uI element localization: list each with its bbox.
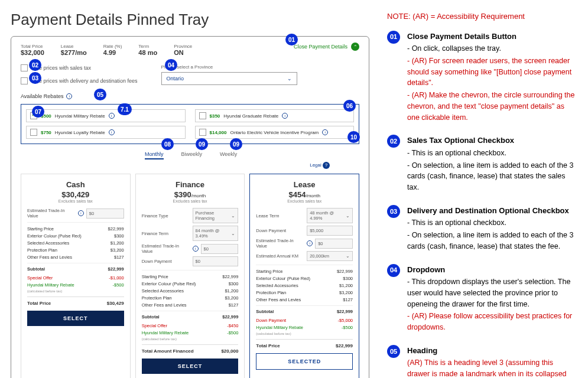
annotation-title: Close Payment Details Button bbox=[407, 31, 575, 43]
tab-biweekly[interactable]: Biweekly bbox=[181, 151, 203, 159]
line-label: Starting Price bbox=[27, 226, 54, 232]
special-offer-value: -$1,000 bbox=[109, 275, 124, 281]
chevron-down-icon: ⌄ bbox=[231, 213, 235, 219]
down-payment-input[interactable]: $5,000 bbox=[307, 226, 353, 236]
annotation-line: - This is an optional checkbox. bbox=[407, 148, 575, 159]
info-icon[interactable]: i bbox=[109, 113, 115, 119]
summary-lease: Lease $277/mo bbox=[61, 44, 87, 56]
annotation-badge-06: 06 bbox=[343, 100, 356, 112]
summary-value: 48 mo bbox=[138, 49, 157, 56]
line-label: Exterior Colour (Pulse Red) bbox=[142, 281, 196, 286]
info-icon[interactable]: i bbox=[109, 129, 115, 135]
subtotal-value: $22,999 bbox=[337, 309, 353, 314]
card-title: Finance bbox=[142, 180, 239, 189]
annotation-line: - On click, collapses the tray. bbox=[407, 43, 575, 54]
annotation-number-badge: 04 bbox=[387, 264, 400, 277]
annotation-title: Heading bbox=[407, 345, 575, 357]
checkbox-label: See prices with delivery and destination… bbox=[33, 78, 138, 84]
frequency-tabs: Monthly Biweekly Weekly bbox=[145, 151, 359, 159]
line-value: $127 bbox=[229, 302, 239, 308]
lease-term-dropdown[interactable]: 48 month @ 4.99%⌄ bbox=[307, 208, 353, 223]
cash-card: Cash $30,429 Excludes sales tax Estimate… bbox=[21, 174, 131, 378]
trade-in-input[interactable]: $0 bbox=[315, 239, 353, 249]
military-rebate-label: Hyundai Military Rebate bbox=[27, 282, 74, 288]
select-finance-button[interactable]: SELECT bbox=[142, 359, 239, 374]
available-rebates-heading: Available Rebates i bbox=[21, 93, 359, 99]
info-icon[interactable]: i bbox=[78, 210, 84, 216]
summary-province: Province ON bbox=[174, 44, 192, 56]
info-icon[interactable]: i bbox=[322, 129, 328, 135]
rebate-ev-incentive[interactable]: $14,000 Ontario Electric Vehicle Incenti… bbox=[195, 126, 355, 139]
down-payment-input[interactable]: $0 bbox=[193, 256, 239, 266]
special-offer-value: -$450 bbox=[227, 323, 238, 328]
excludes-text: Excludes sales tax bbox=[142, 199, 239, 203]
ar-note: NOTE: (AR) = Accessibility Requirement bbox=[387, 11, 575, 22]
summary-label: Rate (%) bbox=[103, 44, 122, 49]
line-value: $1,200 bbox=[339, 283, 353, 288]
annotation-line: - On selection, a line item is added to … bbox=[407, 230, 575, 252]
province-dropdown[interactable]: Ontario ⌄ bbox=[161, 72, 297, 85]
annotation-item: 04Dropdown- This dropdown displays the u… bbox=[387, 264, 575, 334]
line-value: $300 bbox=[343, 276, 353, 281]
selected-lease-button[interactable]: SELECTED bbox=[256, 353, 353, 370]
line-label: Other Fees and Levies bbox=[27, 255, 72, 260]
summary-label: Lease bbox=[61, 44, 87, 49]
line-label: Protection Plan bbox=[142, 295, 172, 301]
card-price: $454/month bbox=[256, 190, 353, 199]
rebate-loyalty[interactable]: $750 Hyundai Loyalty Rebate i bbox=[26, 126, 186, 139]
rebate-grid: $500 Hyundai Military Rebate i $350 Hyun… bbox=[21, 104, 359, 144]
info-icon[interactable]: i bbox=[66, 93, 72, 99]
total-label: Total Price bbox=[27, 301, 51, 306]
special-offer-label: Special Offer bbox=[27, 275, 53, 281]
annotation-number-badge: 03 bbox=[387, 205, 400, 218]
calc-note: (calculated before tax) bbox=[142, 337, 239, 341]
trade-in-input[interactable]: $0 bbox=[201, 244, 239, 254]
line-label: Other Fees and Levies bbox=[256, 297, 301, 302]
total-value: $30,429 bbox=[107, 301, 124, 306]
trade-in-label: Estimated Trade-In Value bbox=[256, 238, 304, 249]
finance-term-dropdown[interactable]: 84 month @ 3.49%⌄ bbox=[193, 226, 239, 241]
trade-in-input[interactable]: $0 bbox=[86, 208, 124, 219]
annotation-line: - This dropdown displays the user's sele… bbox=[407, 276, 575, 309]
annotation-line: - (AR) For screen reader users, the scre… bbox=[407, 56, 575, 89]
down-payment-line-value: -$5,000 bbox=[338, 318, 353, 323]
rebate-graduate[interactable]: $350 Hyundai Graduate Rebate i bbox=[195, 109, 355, 122]
legal-link[interactable]: Legal ? bbox=[310, 162, 330, 169]
rebate-amount: $350 bbox=[210, 113, 220, 119]
info-icon[interactable]: i bbox=[193, 246, 199, 252]
line-label: Starting Price bbox=[142, 274, 168, 279]
close-payment-details-button[interactable]: Close Payment Details ⌃ bbox=[294, 43, 359, 51]
line-value: $1,200 bbox=[225, 288, 238, 294]
card-title: Lease bbox=[256, 180, 353, 189]
legal-text: Legal bbox=[310, 162, 321, 168]
line-value: $22,999 bbox=[222, 274, 238, 279]
line-value: $127 bbox=[114, 255, 124, 260]
subtotal-label: Subtotal bbox=[27, 266, 45, 272]
line-label: Protection Plan bbox=[256, 290, 286, 295]
checkbox-icon bbox=[21, 77, 28, 84]
military-rebate-label: Hyundai Military Rebate bbox=[256, 325, 303, 330]
annotation-item: 01Close Payment Details Button- On click… bbox=[387, 31, 575, 125]
info-icon[interactable]: i bbox=[307, 240, 313, 246]
select-cash-button[interactable]: SELECT bbox=[27, 311, 124, 326]
annual-km-label: Estimated Annual KM bbox=[256, 253, 304, 259]
annual-km-dropdown[interactable]: 20,000km⌄ bbox=[307, 251, 353, 261]
tray-frame: 01 02 03 04 05 06 07 7.1 08 09 09 10 Tot… bbox=[11, 36, 369, 378]
line-label: Selected Accessories bbox=[142, 288, 184, 294]
summary-value: $277/mo bbox=[61, 49, 87, 56]
annotation-badge-07: 07 bbox=[32, 106, 44, 118]
finance-type-dropdown[interactable]: Purchase Financing⌄ bbox=[193, 208, 239, 223]
subtotal-label: Subtotal bbox=[256, 309, 274, 314]
down-payment-line-label: Down Payment bbox=[256, 318, 286, 323]
summary-label: Total Price bbox=[21, 44, 44, 49]
line-label: Exterior Colour (Pulse Red) bbox=[256, 276, 310, 281]
tab-weekly[interactable]: Weekly bbox=[220, 151, 237, 159]
annotation-badge-08: 08 bbox=[161, 138, 174, 150]
rebate-military[interactable]: $500 Hyundai Military Rebate i bbox=[26, 109, 186, 122]
page-title: Payment Details Pinned Tray bbox=[11, 11, 369, 29]
rebate-name: Ontario Electric Vehicle Incentive Progr… bbox=[230, 130, 319, 135]
annotation-line: - (AR) Please follow accessibility best … bbox=[407, 311, 575, 333]
info-icon[interactable]: i bbox=[282, 113, 288, 119]
line-value: $22,999 bbox=[108, 226, 124, 232]
tab-monthly[interactable]: Monthly bbox=[145, 151, 164, 159]
